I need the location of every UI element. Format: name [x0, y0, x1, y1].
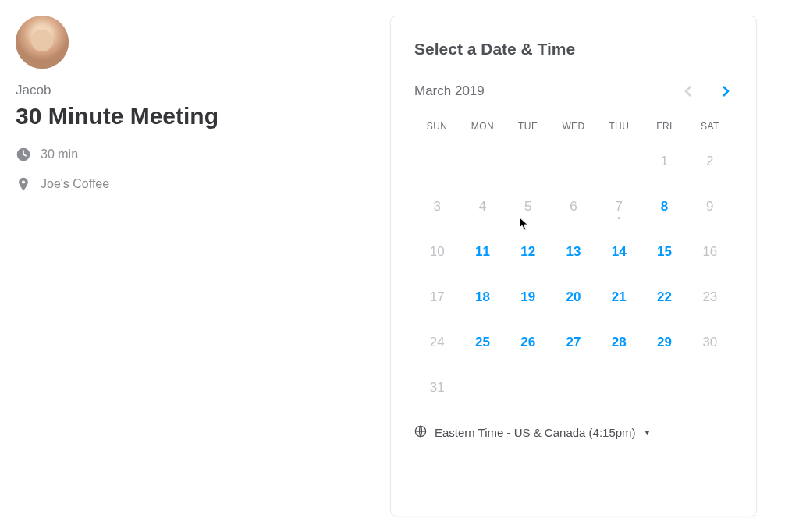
- day-2: 2: [687, 143, 733, 180]
- chevron-down-icon: ▼: [644, 428, 652, 437]
- day-6: 6: [551, 188, 596, 225]
- day-17: 17: [414, 278, 460, 316]
- day-11[interactable]: 11: [460, 233, 505, 271]
- day-empty: [460, 143, 505, 180]
- globe-icon: [414, 425, 427, 440]
- meeting-info-panel: Jacob 30 Minute Meeting 30 min Joe's Cof…: [16, 16, 390, 516]
- day-1: 1: [641, 143, 687, 180]
- location-row: Joe's Coffee: [16, 176, 375, 192]
- month-label: March 2019: [414, 83, 485, 99]
- day-8[interactable]: 8: [641, 188, 687, 225]
- day-24: 24: [414, 324, 460, 361]
- weekday-label: FRI: [641, 121, 687, 132]
- day-10: 10: [414, 233, 460, 271]
- weekday-label: SAT: [687, 121, 733, 132]
- svg-point-1: [22, 180, 25, 183]
- day-3: 3: [414, 188, 460, 225]
- day-29[interactable]: 29: [641, 324, 687, 361]
- host-name: Jacob: [16, 83, 375, 98]
- calendar-panel: Select a Date & Time March 2019 SUNMONTU…: [390, 16, 791, 516]
- day-31: 31: [414, 369, 460, 406]
- weekday-label: SUN: [414, 121, 460, 132]
- day-empty: [414, 143, 460, 180]
- day-14[interactable]: 14: [596, 233, 641, 271]
- weekday-label: MON: [460, 121, 505, 132]
- month-navigation: March 2019: [414, 82, 733, 101]
- day-15[interactable]: 15: [641, 233, 687, 271]
- duration-row: 30 min: [16, 147, 375, 162]
- day-empty: [551, 143, 596, 180]
- prev-month-button: [681, 82, 695, 101]
- select-date-heading: Select a Date & Time: [414, 40, 733, 59]
- day-12[interactable]: 12: [506, 233, 551, 271]
- days-grid: 1234567891011121314151617181920212223242…: [414, 143, 733, 406]
- day-27[interactable]: 27: [551, 324, 596, 361]
- day-23: 23: [687, 278, 733, 316]
- day-5: 5: [506, 188, 551, 225]
- duration-text: 30 min: [41, 147, 78, 161]
- calendar-card: Select a Date & Time March 2019 SUNMONTU…: [390, 16, 757, 516]
- day-empty: [506, 143, 551, 180]
- meeting-title: 30 Minute Meeting: [16, 103, 375, 129]
- day-25[interactable]: 25: [460, 324, 505, 361]
- next-month-button[interactable]: [719, 82, 733, 101]
- day-18[interactable]: 18: [460, 278, 505, 316]
- day-30: 30: [687, 324, 733, 361]
- day-4: 4: [460, 188, 505, 225]
- day-26[interactable]: 26: [506, 324, 551, 361]
- day-16: 16: [687, 233, 733, 271]
- avatar: [16, 16, 69, 69]
- weekday-label: TUE: [506, 121, 551, 132]
- day-21[interactable]: 21: [596, 278, 641, 316]
- day-7: 7: [596, 188, 641, 225]
- location-pin-icon: [16, 176, 31, 192]
- day-9: 9: [687, 188, 733, 225]
- day-22[interactable]: 22: [641, 278, 687, 316]
- day-28[interactable]: 28: [596, 324, 641, 361]
- location-text: Joe's Coffee: [41, 177, 109, 191]
- day-19[interactable]: 19: [506, 278, 551, 316]
- day-13[interactable]: 13: [551, 233, 596, 271]
- weekday-label: THU: [596, 121, 641, 132]
- day-empty: [596, 143, 641, 180]
- clock-icon: [16, 147, 31, 162]
- day-20[interactable]: 20: [551, 278, 596, 316]
- timezone-selector[interactable]: Eastern Time - US & Canada (4:15pm) ▼: [414, 425, 733, 440]
- weekday-label: WED: [551, 121, 596, 132]
- timezone-label: Eastern Time - US & Canada (4:15pm): [435, 426, 636, 439]
- weekday-header: SUNMONTUEWEDTHUFRISAT: [414, 121, 733, 132]
